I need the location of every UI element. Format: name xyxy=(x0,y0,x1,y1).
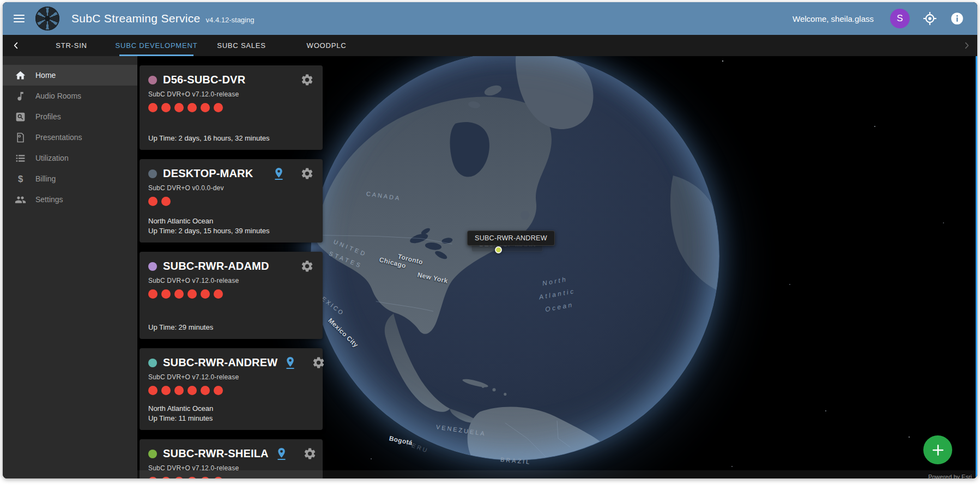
document-icon xyxy=(15,132,26,143)
device-card[interactable]: SUBC-RWR-ANDREW SubC DVR+O v7.12.0-relea… xyxy=(140,348,323,430)
stream-dots xyxy=(148,289,314,299)
stream-status-dot xyxy=(201,289,210,299)
sidebar-item[interactable]: Presentations xyxy=(3,127,137,148)
stream-dots xyxy=(148,103,314,112)
stream-status-dot xyxy=(174,386,184,395)
my-location-icon[interactable] xyxy=(923,11,937,26)
stream-dots xyxy=(148,386,314,395)
device-name: SUBC-RWR-ANDREW xyxy=(163,356,277,369)
device-name: DESKTOP-MARK xyxy=(163,167,266,180)
map-label: PERU xyxy=(406,440,429,454)
tab[interactable]: SUBC SALES xyxy=(199,35,284,56)
avatar[interactable]: S xyxy=(890,9,910,28)
stream-status-dot xyxy=(148,197,158,206)
settings-gear-icon[interactable] xyxy=(303,447,317,460)
device-name: D56-SUBC-DVR xyxy=(163,74,294,86)
device-card[interactable]: SUBC-RWR-ADAMD SubC DVR+O v7.12.0-releas… xyxy=(140,252,323,339)
stream-status-dot xyxy=(187,386,197,395)
pin-drop-icon[interactable] xyxy=(275,447,288,460)
device-card[interactable]: DESKTOP-MARK SubC DVR+O v0.0.0-dev North… xyxy=(140,159,323,242)
map-tooltip: SUBC-RWR-ANDREW xyxy=(467,231,555,246)
image-search-icon xyxy=(15,111,26,123)
stream-status-dot xyxy=(174,103,184,112)
stream-status-dot xyxy=(187,289,197,299)
stream-status-dot xyxy=(214,289,223,299)
map-attribution-bar: Powered by Esri xyxy=(137,470,977,478)
stream-status-dot xyxy=(214,386,223,395)
device-status-dot xyxy=(148,169,157,178)
sidebar-item[interactable]: Home xyxy=(3,65,137,86)
device-status-dot xyxy=(148,359,157,367)
sidebar-item[interactable]: Audio Rooms xyxy=(3,86,137,106)
plus-icon xyxy=(931,443,945,457)
map-attribution: Powered by Esri xyxy=(928,474,972,478)
stream-status-dot xyxy=(174,289,184,299)
stream-status-dot xyxy=(161,103,171,112)
stream-status-dot xyxy=(214,103,223,112)
device-location: North Atlantic Ocean xyxy=(148,404,314,414)
sidebar-item[interactable]: $ Billing xyxy=(3,168,137,189)
stream-status-dot xyxy=(201,103,210,112)
dollar-icon: $ xyxy=(15,173,26,185)
stream-status-dot xyxy=(161,386,171,395)
settings-gear-icon[interactable] xyxy=(300,259,314,273)
device-uptime: Up Time: 2 days, 16 hours, 32 minutes xyxy=(148,134,314,143)
add-device-button[interactable] xyxy=(923,435,952,464)
stream-status-dot xyxy=(148,103,158,112)
stars-background xyxy=(137,56,138,57)
tabs-scroll-right-icon[interactable] xyxy=(955,35,977,56)
home-icon xyxy=(15,70,26,81)
stream-status-dot xyxy=(148,386,158,395)
stream-dots xyxy=(148,197,314,206)
app-version: v4.4.12-staging xyxy=(206,16,255,24)
device-uptime: Up Time: 11 minutes xyxy=(148,414,314,423)
device-map-marker[interactable] xyxy=(495,246,502,253)
stream-status-dot xyxy=(148,289,158,299)
device-version: SubC DVR+O v7.12.0-release xyxy=(148,277,314,284)
tabs-scroll-left-icon[interactable] xyxy=(3,35,29,56)
pin-drop-icon[interactable] xyxy=(283,356,297,369)
device-uptime: Up Time: 29 minutes xyxy=(148,323,314,332)
info-icon[interactable] xyxy=(950,11,964,26)
stream-status-dot xyxy=(187,103,197,112)
device-location: North Atlantic Ocean xyxy=(148,216,314,226)
pin-drop-icon[interactable] xyxy=(272,167,286,180)
tab[interactable]: SUBC DEVELOPMENT xyxy=(114,35,199,56)
device-card[interactable]: D56-SUBC-DVR SubC DVR+O v7.12.0-release … xyxy=(140,65,323,150)
app-title: SubC Streaming Service xyxy=(71,12,201,25)
settings-gear-icon[interactable] xyxy=(300,167,314,180)
app-window: SubC Streaming Service v4.4.12-staging W… xyxy=(3,2,977,478)
shutter-logo-icon xyxy=(35,7,59,31)
sidebar-item[interactable]: Profiles xyxy=(3,106,137,127)
app-header: SubC Streaming Service v4.4.12-staging W… xyxy=(3,2,977,35)
device-status-dot xyxy=(148,262,157,271)
settings-gear-icon[interactable] xyxy=(300,73,314,87)
sidebar-item[interactable]: Utilization xyxy=(3,148,137,168)
tab[interactable]: STR-SIN xyxy=(29,35,114,56)
tab[interactable]: WOODPLC xyxy=(284,35,369,56)
list-icon xyxy=(15,153,26,164)
stream-status-dot xyxy=(201,386,210,395)
device-version: SubC DVR+O v0.0.0-dev xyxy=(148,184,314,192)
device-version: SubC DVR+O v7.12.0-release xyxy=(148,90,314,98)
device-name: SUBC-RWR-ADAMD xyxy=(163,260,294,272)
hamburger-menu-icon[interactable] xyxy=(13,11,27,26)
org-tabbar: STR-SINSUBC DEVELOPMENTSUBC SALESWOODPLC xyxy=(3,35,977,56)
welcome-text: Welcome, sheila.glass xyxy=(793,14,874,23)
device-status-dot xyxy=(148,450,157,458)
tab-list: STR-SINSUBC DEVELOPMENTSUBC SALESWOODPLC xyxy=(29,35,369,56)
sidebar: Home Audio Rooms Profiles Presentations … xyxy=(3,56,137,478)
stream-status-dot xyxy=(161,289,171,299)
device-uptime: Up Time: 2 days, 15 hours, 39 minutes xyxy=(148,226,314,236)
people-icon xyxy=(15,194,26,205)
device-name: SUBC-RWR-SHEILA xyxy=(163,447,269,460)
stream-status-dot xyxy=(161,197,171,206)
music-note-icon xyxy=(15,90,26,102)
device-card-list: D56-SUBC-DVR SubC DVR+O v7.12.0-release … xyxy=(140,65,323,478)
sidebar-item[interactable]: Settings xyxy=(3,189,137,210)
map-area: CANADAUNITED STATESChicagoTorontoNew Yor… xyxy=(137,56,977,478)
device-status-dot xyxy=(148,76,157,84)
device-version: SubC DVR+O v7.12.0-release xyxy=(148,373,314,381)
settings-gear-icon[interactable] xyxy=(312,356,325,369)
svg-text:$: $ xyxy=(18,173,23,184)
